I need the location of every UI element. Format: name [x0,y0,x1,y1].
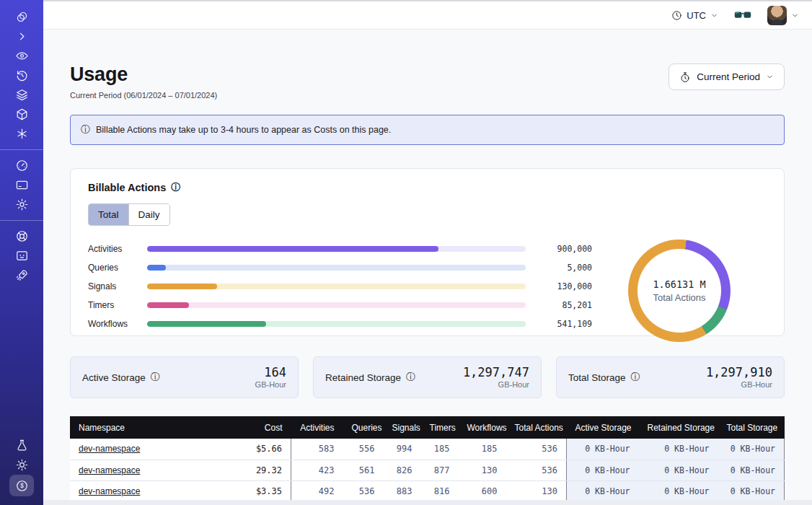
info-icon[interactable]: ⓘ [151,371,160,384]
sidebar-item-rocket[interactable] [9,265,34,285]
actions-cell: 536 [506,439,567,460]
info-icon[interactable]: ⓘ [406,371,415,384]
bar-fill [147,284,217,289]
bottom-strip [43,500,812,505]
table-row: dev-namespace$5.665835569941851855360 KB… [70,439,785,460]
account-menu[interactable] [767,6,799,25]
sidebar-item-layers[interactable] [9,85,34,105]
avatar [767,6,787,25]
namespace-link[interactable]: dev-namespace [79,444,140,454]
actions-cell: 492 [291,480,343,501]
active-storage-unit: GB-Hour [255,380,286,389]
info-icon[interactable]: ⓘ [631,371,640,384]
total-storage-label: Total Storage [568,372,626,383]
column-header-queries: Queries [343,416,384,439]
sidebar-item-flask[interactable] [9,436,34,455]
sidebar-divider [0,149,43,150]
bar-label: Queries [88,263,147,273]
sidebar-item-namespaces-eye[interactable] [9,46,34,66]
actions-cell: 556 [343,439,384,460]
column-header-namespace: Namespace [70,416,229,439]
tab-daily[interactable]: Daily [128,204,169,225]
feedback-terminal-icon [15,249,29,263]
bar-row-timers: Timers85,201 [88,296,592,315]
rocket-icon [15,268,29,282]
info-icon[interactable]: ⓘ [171,181,180,194]
billable-view-toggle: Total Daily [88,203,170,226]
gear-icon [15,198,29,211]
credit-card-icon [15,178,29,192]
storage-cell: 0 KB-Hour [718,439,785,460]
retained-storage-unit: GB-Hour [463,380,529,389]
history-icon [15,69,29,82]
chevron-down-icon [766,73,774,81]
svg-text:$: $ [20,482,24,489]
page-title: Usage [70,63,217,86]
namespace-cell: dev-namespace [70,439,229,460]
column-header-total-storage: Total Storage [718,416,785,439]
sidebar-item-sun[interactable] [9,455,34,475]
total-storage-value: 1,297,910 [706,366,772,379]
clock-icon [671,10,682,21]
sidebar-item-history[interactable] [9,66,34,85]
sidebar-item-asterisk[interactable] [9,124,34,144]
asterisk-icon [15,127,29,141]
info-icon: ⓘ [81,123,90,136]
namespace-usage-table: NamespaceCostActivitiesQueriesSignalsTim… [70,416,785,505]
bar-fill [147,302,189,308]
sidebar-item-chevron-right[interactable] [9,27,34,46]
actions-cell: 185 [421,439,459,460]
column-header-retained-storage: Retained Storage [639,416,718,439]
cost-cell: $5.66 [229,439,291,460]
actions-cell: 816 [421,480,459,501]
sidebar-item-lifebuoy[interactable] [9,227,34,246]
flask-icon [15,439,29,452]
namespace-link[interactable]: dev-namespace [79,465,140,475]
sidebar-item-feedback-terminal[interactable] [9,246,34,265]
bar-fill [147,265,166,271]
stopwatch-icon [679,71,691,83]
billable-actions-title: Billable Actions [88,182,166,193]
bar-value: 5,000 [526,263,592,273]
total-actions-donut-chart: 1.66131 M Total Actions [628,240,731,342]
active-storage-label: Active Storage [82,372,146,383]
storage-cell: 0 KB-Hour [639,439,718,460]
bar-track [147,302,526,308]
bar-row-activities: Activities900,000 [88,240,592,258]
sidebar-item-gear[interactable] [9,195,34,214]
sidebar-item-cube[interactable] [9,105,34,124]
page-subtitle: Current Period (06/01/2024 – 07/01/2024) [70,91,217,100]
namespace-cell: dev-namespace [70,480,229,501]
tab-total[interactable]: Total [89,204,128,225]
sidebar-item-gauge[interactable] [9,156,34,175]
lifebuoy-icon [15,229,29,243]
glasses-icon[interactable] [734,9,751,21]
storage-cell: 0 KB-Hour [567,480,639,501]
bar-row-signals: Signals130,000 [88,277,592,296]
sidebar-item-temporal-logo[interactable] [9,7,34,27]
sidebar: $ [0,0,43,505]
dollar-coin-icon: $ [15,479,29,493]
total-storage-card: Total Storage ⓘ 1,297,910 GB-Hour [556,356,785,398]
layers-icon [15,88,29,102]
timezone-selector[interactable]: UTC [671,10,718,21]
actions-cell: 185 [459,439,506,460]
actions-cell: 130 [459,460,506,480]
namespace-link[interactable]: dev-namespace [79,486,140,496]
actions-cell: 600 [459,480,506,501]
namespaces-eye-icon [15,49,29,63]
storage-cell: 0 KB-Hour [718,480,785,501]
storage-cell: 0 KB-Hour [718,460,785,480]
period-dropdown-button[interactable]: Current Period [668,63,785,90]
actions-cell: 883 [384,480,421,501]
sidebar-item-dollar-coin[interactable]: $ [9,475,34,496]
column-header-total-actions: Total Actions [506,416,567,439]
total-storage-unit: GB-Hour [706,380,772,389]
chevron-down-icon [791,12,799,19]
sidebar-item-credit-card[interactable] [9,175,34,195]
bar-fill [147,321,266,327]
actions-cell: 561 [343,460,384,480]
billable-actions-card: Billable Actions ⓘ Total Daily Activitie… [70,168,785,336]
bar-row-queries: Queries5,000 [88,258,592,277]
actions-cell: 130 [506,480,567,501]
